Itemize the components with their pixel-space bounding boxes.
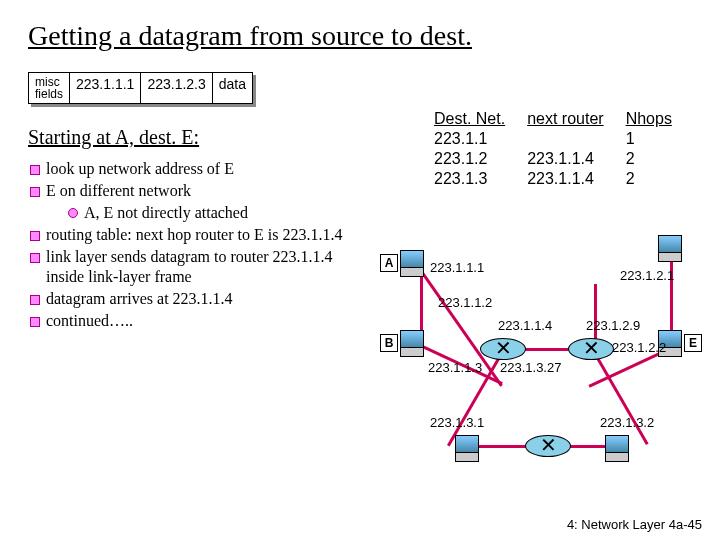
host-icon [400, 250, 424, 277]
packet-data: data [213, 73, 252, 103]
host-icon [605, 435, 629, 462]
slide-footer: 4: Network Layer 4a-45 [567, 517, 702, 532]
bullet-item: link layer sends datagram to router 223.… [28, 247, 348, 287]
page-title: Getting a datagram from source to dest. [28, 20, 692, 52]
ip-label: 223.1.2.2 [612, 340, 666, 355]
bullet-item: datagram arrives at 223.1.1.4 [28, 289, 348, 309]
cell: 2 [616, 170, 682, 188]
ip-label: 223.1.2.9 [586, 318, 640, 333]
host-label-e: E [684, 334, 702, 352]
router-icon: ✕ [568, 338, 614, 360]
ip-label: 223.1.3.2 [600, 415, 654, 430]
slide: Getting a datagram from source to dest. … [0, 0, 720, 540]
host-label-b: B [380, 334, 398, 352]
bullet-item: look up network address of E [28, 159, 348, 179]
cell [517, 130, 613, 148]
ip-label: 223.1.1.2 [438, 295, 492, 310]
host-icon [658, 235, 682, 262]
host-icon [400, 330, 424, 357]
packet-src-ip: 223.1.1.1 [70, 73, 141, 103]
col-next: next router [517, 110, 613, 128]
ip-label: 223.1.3.27 [500, 360, 561, 375]
cell: 223.1.3 [424, 170, 515, 188]
network-diagram: A 223.1.1.1 B 223.1.1.2 223.1.1.3 ✕ 223.… [370, 240, 700, 500]
bullet-list: look up network address of E E on differ… [28, 159, 348, 331]
packet-dst-ip: 223.1.2.3 [141, 73, 212, 103]
packet-diagram: miscfields 223.1.1.1 223.1.2.3 data [28, 72, 253, 104]
routing-table: Dest. Net.next routerNhops 223.1.11 223.… [422, 108, 684, 190]
host-label-a: A [380, 254, 398, 272]
ip-label: 223.1.2.1 [620, 268, 674, 283]
cell: 2 [616, 150, 682, 168]
router-icon: ✕ [480, 338, 526, 360]
cell: 223.1.1 [424, 130, 515, 148]
ip-label: 223.1.3.1 [430, 415, 484, 430]
cell: 1 [616, 130, 682, 148]
bullet-item: continued….. [28, 311, 348, 331]
cell: 223.1.1.4 [517, 150, 613, 168]
col-nhops: Nhops [616, 110, 682, 128]
ip-label: 223.1.1.4 [498, 318, 552, 333]
router-icon: ✕ [525, 435, 571, 457]
bullet-item: routing table: next hop router to E is 2… [28, 225, 348, 245]
cell: 223.1.1.4 [517, 170, 613, 188]
bullet-item: E on different network A, E not directly… [28, 181, 348, 223]
ip-label: 223.1.1.3 [428, 360, 482, 375]
cell: 223.1.2 [424, 150, 515, 168]
ip-label: 223.1.1.1 [430, 260, 484, 275]
col-dest: Dest. Net. [424, 110, 515, 128]
host-icon [455, 435, 479, 462]
sub-bullet: A, E not directly attached [68, 203, 348, 223]
packet-misc-fields: miscfields [29, 73, 70, 103]
